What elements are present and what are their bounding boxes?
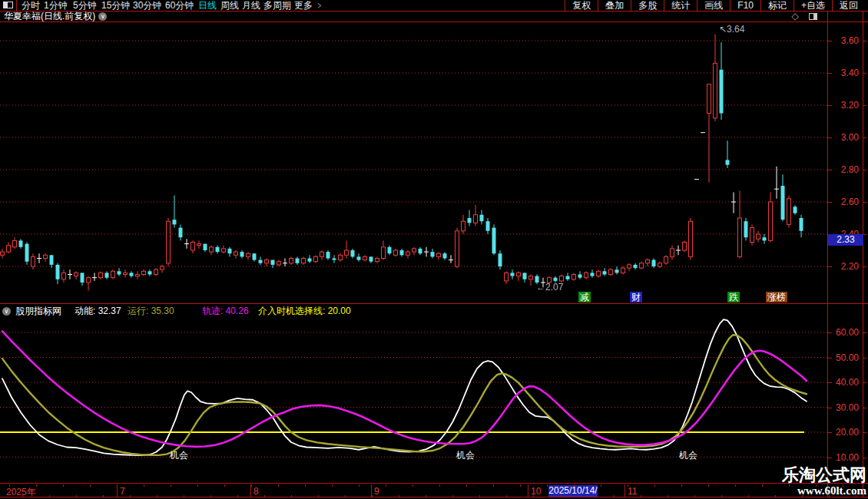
toolbar-item-标记[interactable]: 标记: [760, 0, 793, 11]
indicator-header: ∨ 股朋指标网 动能: 32.37运行: 35.30轨迹: 40.26介入时机选…: [0, 304, 827, 319]
toolbar-right-items: 复权叠加多股统计画线F10标记+自选返回: [565, 0, 865, 11]
toolbar-item-+自选[interactable]: +自选: [793, 0, 832, 11]
toolbar-item-F10[interactable]: F10: [730, 0, 760, 11]
selected-date-box: 2025/10/14/二: [548, 485, 598, 497]
signal-label-jihui: 机会: [456, 449, 475, 462]
axis-tick: [828, 332, 832, 333]
indicator-field-运行: 运行: 35.30: [128, 306, 174, 317]
month-label: 10: [531, 486, 541, 497]
toolbar-item-返回[interactable]: 返回: [832, 0, 865, 11]
indicator-axis-label: 50.00: [836, 353, 859, 362]
month-label: 11: [628, 486, 637, 497]
price-axis-label: 3.20: [841, 101, 859, 110]
toolbar-item-5分钟[interactable]: 5分钟: [73, 0, 97, 11]
toolbar-item-统计[interactable]: 统计: [664, 0, 697, 11]
bottom-border: [0, 497, 868, 497]
toolbar-item-多周期[interactable]: 多周期: [263, 0, 291, 11]
signal-label-jihui: 机会: [679, 449, 697, 462]
right-edge-ruler: [863, 12, 868, 497]
signal-label-jihui: 机会: [170, 449, 188, 462]
watermark: 乐淘公式网 www.60lt.com: [782, 466, 866, 497]
candlestick-pane[interactable]: [0, 22, 827, 303]
month-tick: [624, 484, 625, 497]
toolbar-item-日线[interactable]: 日线: [198, 0, 217, 11]
axis-tick: [828, 458, 832, 458]
last-price-marker: 2.33: [828, 234, 863, 246]
candlestick-chart[interactable]: [0, 22, 827, 303]
indicator-field-轨迹: 轨迹: 40.26: [202, 306, 249, 317]
axis-tick: [828, 408, 832, 408]
indicator-axis-label: 60.00: [836, 328, 859, 337]
month-label: 7: [120, 486, 125, 497]
indicator-collapse-icon[interactable]: ∨: [2, 306, 11, 317]
toolbar-item-60分钟[interactable]: 60分钟: [165, 0, 194, 11]
axis-tick: [828, 202, 832, 203]
watermark-url: www.60lt.com: [782, 484, 866, 497]
watermark-site-name: 乐淘公式网: [782, 466, 866, 484]
toolbar-item-叠加[interactable]: 叠加: [598, 0, 631, 11]
axis-tick: [828, 170, 832, 170]
price-axis-label: 2.80: [841, 165, 859, 174]
axis-tick: [828, 41, 832, 41]
toolbar-item-复权[interactable]: 复权: [565, 0, 598, 11]
chevron-down-icon[interactable]: ∨: [98, 12, 107, 21]
trading-app-window: 分时1分钟5分钟15分钟30分钟60分钟日线周线月线多周期更多 ﹥ 复权叠加多股…: [0, 0, 868, 499]
price-axis-label: 2.20: [841, 262, 859, 271]
price-axis-label: 2.60: [841, 197, 859, 207]
indicator-axis-label: 20.00: [836, 428, 859, 437]
panel-toggle-icon[interactable]: [809, 13, 817, 20]
title-bar: 华夏幸福(日线.前复权)∨ ◇: [0, 12, 868, 22]
price-axis-label: 3.40: [841, 68, 859, 78]
month-label: 9: [374, 486, 379, 497]
indicator-axis-label: 30.00: [836, 403, 859, 412]
month-tick: [528, 484, 528, 497]
axis-tick: [828, 382, 832, 383]
price-annotation: ←2.07: [536, 282, 563, 292]
price-axis: 3.603.403.203.002.802.602.402.2060.0050.…: [827, 12, 863, 497]
diamond-icon[interactable]: ◇: [791, 11, 798, 21]
axis-tick: [828, 358, 832, 359]
event-badge-跌[interactable]: 跌: [727, 292, 740, 302]
toolbar-item-月线[interactable]: 月线: [242, 0, 260, 11]
titlebar-icons: ◇: [791, 12, 817, 21]
event-badge-财[interactable]: 财: [630, 292, 642, 302]
period-toolbar: 分时1分钟5分钟15分钟30分钟60分钟日线周线月线多周期更多 ﹥ 复权叠加多股…: [0, 0, 868, 12]
price-annotation: ↖3.64: [719, 24, 744, 35]
axis-tick: [828, 73, 832, 74]
event-badge-减[interactable]: 减: [578, 292, 591, 302]
stock-title-text: 华夏幸福(日线.前复权): [4, 11, 95, 21]
toolbar-item-多股[interactable]: 多股: [631, 0, 664, 11]
indicator-axis-label: 10.00: [836, 453, 859, 462]
toolbar-item-1分钟[interactable]: 1分钟: [44, 0, 68, 11]
indicator-pane[interactable]: [0, 319, 827, 483]
layout-toggle-icon[interactable]: [0, 0, 17, 11]
indicator-source-label: 股朋指标网: [15, 306, 61, 317]
toolbar-item-15分钟[interactable]: 15分钟: [101, 0, 130, 11]
toolbar-item-画线[interactable]: 画线: [697, 0, 730, 11]
indicator-field-介入时机选择线: 介入时机选择线: 20.00: [258, 306, 351, 317]
event-badge-涨榜[interactable]: 涨榜: [766, 292, 787, 302]
chart-title: 华夏幸福(日线.前复权)∨: [4, 12, 107, 21]
indicator-axis-label: 40.00: [836, 378, 859, 387]
toolbar-item-分时[interactable]: 分时: [22, 0, 40, 11]
axis-tick: [828, 105, 832, 106]
axis-tick: [828, 137, 832, 138]
month-label: 8: [253, 486, 259, 497]
toolbar-item-更多 ﹥[interactable]: 更多 ﹥: [294, 0, 324, 11]
toolbar-item-30分钟[interactable]: 30分钟: [133, 0, 161, 11]
price-axis-label: 3.60: [841, 36, 859, 45]
indicator-chart[interactable]: [0, 319, 827, 483]
axis-tick: [828, 266, 832, 267]
toolbar-item-周线[interactable]: 周线: [220, 0, 239, 11]
axis-tick: [828, 432, 832, 433]
price-axis-label: 3.00: [841, 133, 859, 142]
indicator-field-动能: 动能: 32.37: [75, 306, 121, 317]
